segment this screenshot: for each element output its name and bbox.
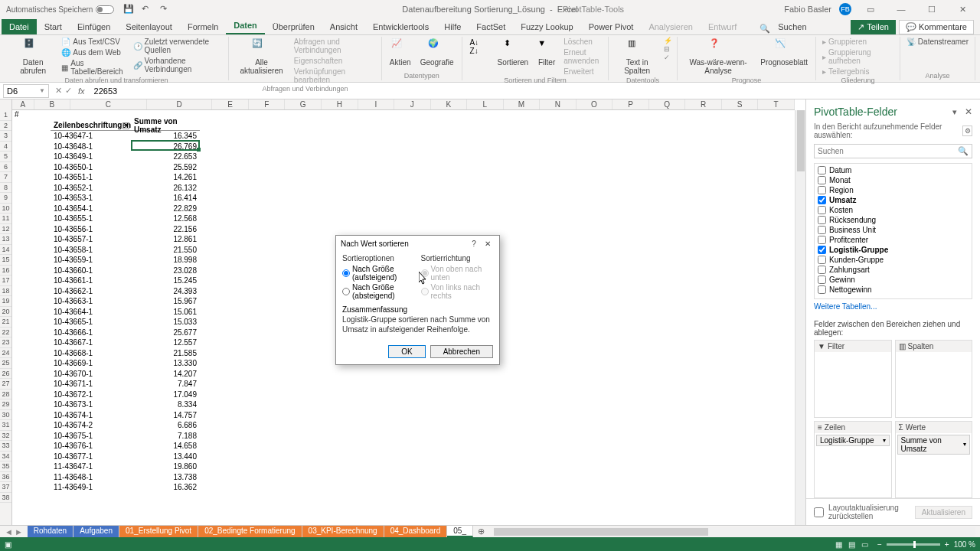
left-to-right-radio: Von links nach rechts — [421, 282, 494, 301]
sort-direction-label: Sortierrichtung — [421, 254, 494, 262]
top-to-bottom-radio: Von oben nach unten — [421, 264, 494, 282]
sort-descending-radio[interactable]: Nach Größe (absteigend) — [342, 282, 415, 301]
dialog-close-icon[interactable]: ✕ — [481, 240, 495, 248]
dialog-title: Nach Wert sortieren — [341, 240, 467, 248]
modal-overlay: Nach Wert sortieren ? ✕ Sortieroptionen … — [0, 0, 980, 551]
cancel-button[interactable]: Abbrechen — [430, 345, 493, 358]
sort-ascending-radio[interactable]: Nach Größe (aufsteigend) — [342, 264, 415, 282]
summary-text: Logistik-Gruppe sortieren nach Summe von… — [342, 315, 493, 334]
sort-options-label: Sortieroptionen — [342, 254, 415, 262]
summary-label: Zusammenfassung — [342, 305, 493, 314]
ok-button[interactable]: OK — [388, 345, 425, 358]
dialog-help-icon[interactable]: ? — [467, 240, 481, 248]
sort-dialog: Nach Wert sortieren ? ✕ Sortieroptionen … — [335, 235, 500, 365]
